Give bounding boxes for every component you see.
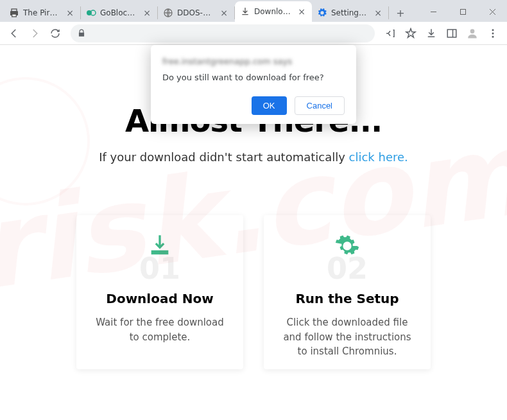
lock-icon <box>77 29 86 38</box>
back-button[interactable] <box>5 24 23 42</box>
svg-point-8 <box>470 29 475 33</box>
svg-point-11 <box>492 35 494 37</box>
dialog-buttons: OK Cancel <box>162 96 345 115</box>
minimize-button[interactable] <box>418 1 448 22</box>
new-tab-button[interactable]: + <box>391 4 409 22</box>
page-subtitle: If your download didn't start automatica… <box>99 150 408 164</box>
tab-ddosguard[interactable]: DDOS-GUARD × <box>158 6 235 19</box>
cancel-button[interactable]: Cancel <box>295 96 345 115</box>
profile-button[interactable] <box>463 24 481 42</box>
cards-row: 01 Download Now Wait for the free downlo… <box>76 215 431 369</box>
bookmark-button[interactable] <box>402 24 420 42</box>
tab-title: The Pirate Bay - T <box>23 8 61 17</box>
window-controls <box>418 1 507 22</box>
settings-icon <box>317 8 327 18</box>
card-description: Wait for the free download to complete. <box>92 315 228 344</box>
close-icon[interactable]: × <box>142 8 152 18</box>
card-description: Click the downloaded file and follow the… <box>279 315 415 359</box>
svg-rect-7 <box>447 30 456 37</box>
card-title: Download Now <box>106 291 213 306</box>
subtitle-text: If your download didn't start automatica… <box>99 150 348 164</box>
tab-title: Settings - Notific <box>331 8 369 17</box>
card-run-setup: 02 Run the Setup Click the downloaded fi… <box>264 215 431 369</box>
close-icon[interactable]: × <box>373 8 383 18</box>
tab-settings[interactable]: Settings - Notific × <box>312 6 389 19</box>
url-input[interactable] <box>91 28 368 39</box>
download-icon <box>240 6 250 17</box>
tab-title: GoBlocker <box>100 8 138 17</box>
goblocker-icon <box>86 8 96 18</box>
dialog-overlay: free.instantgreenapp.com says Do you sti… <box>0 45 507 124</box>
printer-icon <box>9 8 19 18</box>
share-button[interactable] <box>381 24 399 42</box>
tab-download-ready[interactable]: Download Ready × <box>235 1 312 22</box>
maximize-button[interactable] <box>448 1 477 22</box>
tab-strip: The Pirate Bay - T × GoBlocker × DDOS-GU… <box>0 0 507 22</box>
close-icon[interactable]: × <box>219 8 229 18</box>
downloads-button[interactable] <box>422 24 440 42</box>
svg-rect-2 <box>12 14 17 17</box>
close-icon[interactable]: × <box>65 8 75 18</box>
address-bar[interactable] <box>71 24 375 42</box>
svg-point-9 <box>492 29 494 31</box>
dialog-origin: free.instantgreenapp.com says <box>162 57 345 66</box>
globe-icon <box>163 8 173 18</box>
tab-title: DDOS-GUARD <box>177 8 215 17</box>
confirm-dialog: free.instantgreenapp.com says Do you sti… <box>151 45 356 124</box>
card-number: 01 <box>139 251 180 286</box>
menu-button[interactable] <box>484 24 502 42</box>
close-icon[interactable]: × <box>296 6 307 17</box>
ok-button[interactable]: OK <box>252 96 287 115</box>
card-download-now: 01 Download Now Wait for the free downlo… <box>76 215 243 369</box>
forward-button[interactable] <box>26 24 44 42</box>
tab-title: Download Ready <box>254 7 293 16</box>
close-window-button[interactable] <box>477 1 507 22</box>
card-title: Run the Setup <box>295 291 399 306</box>
svg-point-10 <box>492 32 494 34</box>
tabs-container: The Pirate Bay - T × GoBlocker × DDOS-GU… <box>4 0 409 22</box>
tab-goblocker[interactable]: GoBlocker × <box>81 6 158 19</box>
browser-toolbar <box>0 22 507 45</box>
card-number: 02 <box>327 251 368 286</box>
sidepanel-button[interactable] <box>443 24 461 42</box>
reload-button[interactable] <box>46 24 64 42</box>
tab-piratebay[interactable]: The Pirate Bay - T × <box>4 6 81 19</box>
click-here-link[interactable]: click here. <box>349 150 408 164</box>
svg-rect-6 <box>460 9 465 14</box>
dialog-message: Do you still want to download for free? <box>162 73 345 82</box>
